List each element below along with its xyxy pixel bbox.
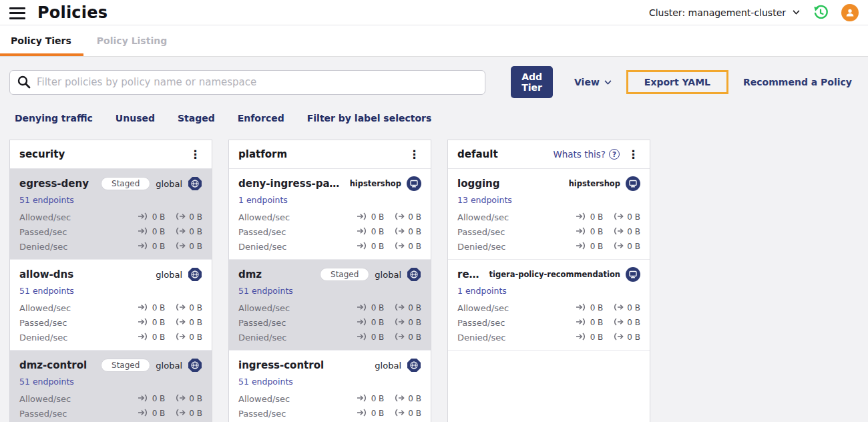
stat-label: Denied/sec (19, 333, 67, 343)
policy-title-row: allow-dnsglobal (19, 267, 202, 282)
ingress-bytes: 0 B (152, 394, 166, 403)
policy-stat-row: Allowed/sec0 B0 B (238, 300, 421, 315)
quick-filters: Denying trafficUnusedStagedEnforcedFilte… (15, 113, 859, 124)
top-bar: Policies Cluster: management-cluster (0, 0, 868, 25)
stat-values: 0 B0 B (357, 212, 421, 222)
stat-label: Allowed/sec (19, 394, 71, 404)
tier-column-security: security⋮egress-denyStagedglobal51 endpo… (9, 140, 212, 422)
filter-link-enforced[interactable]: Enforced (238, 113, 284, 124)
policy-search-input[interactable] (37, 76, 478, 88)
egress-bytes: 0 B (408, 409, 421, 418)
egress-icon (393, 303, 405, 313)
filter-link-filter-by-label-selectors[interactable]: Filter by label selectors (307, 113, 432, 124)
filter-link-staged[interactable]: Staged (178, 113, 215, 124)
staged-badge: Staged (101, 177, 150, 190)
policy-title-row: logginghipstershop (457, 176, 640, 191)
policy-card[interactable]: dmzStagedglobal51 endpointsAllowed/sec0 … (229, 260, 431, 351)
ingress-value: 0 B (138, 303, 166, 313)
stat-values: 0 B0 B (576, 227, 640, 237)
policy-card[interactable]: logginghipstershop13 endpointsAllowed/se… (448, 169, 650, 260)
history-icon[interactable] (812, 4, 829, 21)
egress-icon (174, 333, 186, 343)
stat-label: Allowed/sec (19, 303, 71, 313)
global-policy-icon (407, 267, 421, 282)
ingress-bytes: 0 B (371, 394, 385, 403)
stat-values: 0 B0 B (576, 303, 640, 313)
policy-title-row: restrictedtigera-policy-recommendation (457, 267, 640, 282)
add-tier-button[interactable]: Add Tier (511, 66, 553, 98)
egress-value: 0 B (612, 303, 640, 313)
policy-title-row: ingress-controlglobal (238, 358, 421, 373)
endpoints-link[interactable]: 1 endpoints (457, 286, 507, 296)
policy-search-box[interactable] (9, 70, 485, 95)
ingress-icon (576, 242, 587, 252)
menu-icon[interactable] (9, 7, 25, 19)
egress-bytes: 0 B (189, 318, 202, 327)
ingress-value: 0 B (138, 212, 166, 222)
ingress-value: 0 B (357, 227, 385, 237)
policy-name: allow-dns (19, 268, 150, 280)
tier-menu-kebab-icon[interactable]: ⋮ (188, 149, 202, 160)
endpoints-link[interactable]: 51 endpoints (238, 286, 293, 296)
endpoints-link[interactable]: 51 endpoints (19, 377, 74, 387)
stat-label: Allowed/sec (19, 212, 71, 222)
ingress-value: 0 B (357, 318, 385, 328)
endpoints-link[interactable]: 13 endpoints (457, 195, 512, 205)
tier-menu-kebab-icon[interactable]: ⋮ (407, 149, 421, 160)
policy-title-row: dmzStagedglobal (238, 267, 421, 282)
egress-value: 0 B (393, 333, 421, 343)
policy-scope-label: hipstershop (569, 179, 620, 188)
stat-values: 0 B0 B (138, 212, 202, 222)
egress-value: 0 B (174, 333, 202, 343)
stat-values: 0 B0 B (357, 394, 421, 404)
ingress-icon (138, 227, 149, 237)
filter-link-denying-traffic[interactable]: Denying traffic (15, 113, 93, 124)
policy-stat-row: Denied/sec0 B0 B (19, 330, 202, 345)
ingress-value: 0 B (138, 333, 166, 343)
endpoints-link[interactable]: 51 endpoints (19, 195, 74, 205)
user-avatar-icon[interactable] (841, 4, 859, 21)
whats-this-link[interactable]: Whats this?? (553, 149, 620, 160)
stat-values: 0 B0 B (138, 227, 202, 237)
ingress-icon (357, 303, 368, 313)
policy-card[interactable]: restrictedtigera-policy-recommendation1 … (448, 260, 650, 351)
policy-stat-row: Passed/sec0 B0 B (19, 224, 202, 239)
policy-stat-row: Denied/sec0 B0 B (238, 239, 421, 254)
policy-stat-row: Allowed/sec0 B0 B (19, 210, 202, 224)
ingress-icon (138, 318, 149, 328)
ingress-icon (576, 318, 587, 328)
policy-card[interactable]: deny-ingress-paymentservi...hipstershop1… (229, 169, 431, 260)
ingress-icon (138, 394, 149, 404)
policy-stat-row: Allowed/sec0 B0 B (457, 210, 640, 224)
stat-values: 0 B0 B (357, 242, 421, 252)
endpoints-link[interactable]: 1 endpoints (238, 195, 288, 205)
stat-label: Allowed/sec (238, 212, 290, 222)
egress-icon (174, 212, 186, 222)
egress-value: 0 B (612, 212, 640, 222)
egress-bytes: 0 B (408, 242, 421, 251)
endpoints-link[interactable]: 51 endpoints (238, 377, 293, 387)
stat-label: Passed/sec (19, 409, 67, 419)
ingress-value: 0 B (357, 333, 385, 343)
cluster-selector[interactable]: Cluster: management-cluster (649, 7, 800, 18)
tab-policy-tiers[interactable]: Policy Tiers (9, 25, 83, 56)
stat-label: Denied/sec (238, 333, 286, 343)
tab-policy-listing[interactable]: Policy Listing (95, 25, 179, 56)
endpoints-link[interactable]: 51 endpoints (19, 286, 74, 296)
stat-label: Denied/sec (457, 333, 505, 343)
policy-scope-label: global (375, 361, 401, 371)
ingress-value: 0 B (576, 227, 604, 237)
egress-icon (174, 318, 186, 328)
policy-card[interactable]: ingress-controlglobal51 endpointsAllowed… (229, 351, 431, 422)
stat-label: Passed/sec (238, 318, 286, 328)
policy-card[interactable]: allow-dnsglobal51 endpointsAllowed/sec0 … (10, 260, 212, 351)
ingress-value: 0 B (576, 212, 604, 222)
policy-card[interactable]: egress-denyStagedglobal51 endpointsAllow… (10, 169, 212, 260)
export-yaml-button[interactable]: Export YAML (644, 77, 710, 87)
recommend-policy-button[interactable]: Recommend a Policy (736, 71, 859, 93)
ingress-bytes: 0 B (371, 212, 385, 222)
tier-menu-kebab-icon[interactable]: ⋮ (626, 149, 640, 160)
filter-link-unused[interactable]: Unused (116, 113, 155, 124)
view-dropdown[interactable]: View (568, 71, 618, 93)
policy-card[interactable]: dmz-controlStagedglobal51 endpointsAllow… (10, 351, 212, 422)
